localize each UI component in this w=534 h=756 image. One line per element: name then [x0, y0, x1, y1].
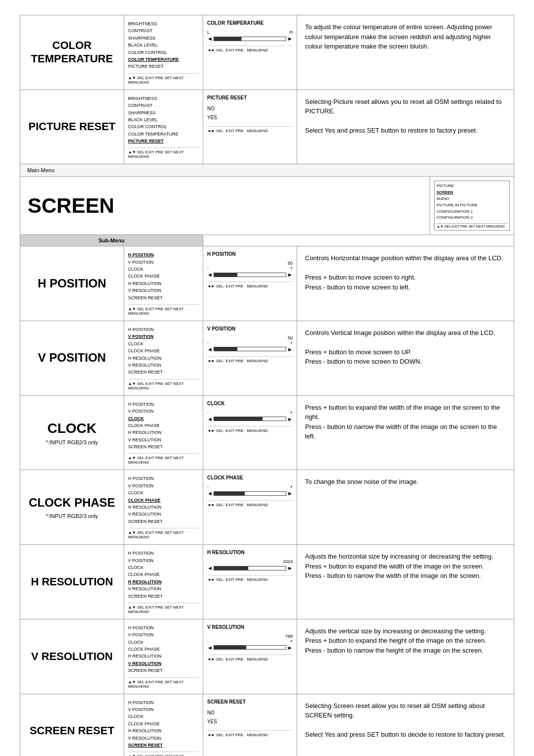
screen-reset-desc: Selecting Screen reset allow you to rese…: [297, 694, 514, 756]
screen-reset-options: NO YES: [207, 709, 293, 726]
sr-menu-vres: V RESOLUTION: [128, 735, 199, 742]
color-temp-title: COLORTEMPERATURE: [31, 39, 113, 65]
v-res-desc1: Adjusts the vertical size by increasing …: [305, 626, 506, 636]
v-pos-desc1: Controls Vertical Image position within …: [305, 328, 506, 338]
v-pos-sub-title: V POSITION: [207, 326, 293, 331]
menu-picture-reset: PICTURE RESET: [128, 63, 199, 70]
v-res-dot: [244, 645, 246, 650]
hr-menu-clockphase: CLOCK PHASE: [128, 571, 199, 578]
color-temp-nav-hint: ▲▼ SEL EXIT PRE SET NEXT MENU/END: [128, 73, 199, 85]
cp-menu-vpos: V POSITION: [128, 482, 199, 489]
clock-phase-title: CLOCK PHASE: [29, 496, 115, 510]
v-position-row: V POSITION H POSITION V POSITION CLOCK C…: [20, 321, 514, 396]
h-position-title: H POSITION: [38, 277, 106, 291]
clock-label-wrap: CLOCK *:INPUT RGB2/3 only: [46, 420, 98, 446]
clock-phase-row: CLOCK PHASE *:INPUT RGB2/3 only H POSITI…: [20, 470, 514, 545]
hr-menu-sreset: SCREEN RESET: [128, 593, 199, 600]
v-position-desc: Controls Vertical Image position within …: [297, 321, 514, 395]
slider-label-l: L: [207, 30, 210, 35]
picture-reset-menu-list: BRIGHTNESS CONTRAST SHARPNESS BLACK LEVE…: [128, 95, 199, 145]
v-resolution-desc: Adjusts the vertical size by increasing …: [297, 619, 514, 694]
pr-menu-brightness: BRIGHTNESS: [128, 95, 199, 102]
screen-section: Main-Menu SCREEN PICTURE SCREEN AUDIO PI…: [20, 164, 514, 756]
hr-menu-vpos: V POSITION: [128, 557, 199, 564]
picture-reset-options: NO YES: [207, 104, 293, 122]
color-temp-sub-nav: ◄► SEL EXIT PRE MENU/END: [207, 46, 293, 52]
h-pos-right-arrow: ►: [287, 272, 293, 278]
v-resolution-menu-list: H POSITION V POSITION CLOCK CLOCK PHASE …: [128, 624, 199, 674]
clock-nav: ▲▼ SEL EXIT PRE SET NEXT MENU/END: [128, 453, 199, 465]
screen-reset-row: SCREEN RESET H POSITION V POSITION CLOCK…: [20, 694, 514, 756]
clock-slider: ◄ ►: [207, 416, 293, 422]
h-position-menu-list: H POSITION V POSITION CLOCK CLOCK PHASE …: [128, 251, 199, 301]
h-pos-sub-title: H POSITION: [207, 251, 293, 257]
h-res-right-arrow: ►: [287, 565, 293, 571]
clock-submenu: CLOCK -+ ◄ ► ◄► SEL EXIT PRE MENU/END: [203, 396, 297, 470]
h-pos-nav: ▲▼ SEL EXIT PRE SET NEXT MENU/END: [128, 304, 199, 316]
v-pos-right-arrow: ►: [287, 346, 293, 352]
clock-menu-list: H POSITION V POSITION CLOCK CLOCK PHASE …: [128, 401, 199, 451]
screen-reset-desc2: Select Yes and press SET button to decid…: [305, 730, 506, 740]
screen-title-cell: SCREEN: [20, 189, 430, 223]
slider-dot: [239, 37, 241, 41]
h-res-value: 1024: [207, 559, 293, 564]
screen-main-menu-label: Main-Menu: [20, 164, 514, 177]
menu-black-level: BLACK LEVEL: [128, 42, 199, 48]
ck-menu-hpos: H POSITION: [128, 401, 199, 408]
h-res-desc1: Adjusts the horizontal size by increasin…: [305, 552, 506, 562]
option-no: NO: [207, 104, 293, 113]
h-pos-desc1: Controls Horizontal Image position withi…: [305, 253, 506, 263]
osd-screen: SCREEN: [437, 189, 507, 196]
menu-contrast: CONTRAST: [128, 27, 199, 34]
cp-menu-clock: CLOCK: [128, 489, 199, 496]
hp-menu-clockphase: CLOCK PHASE: [128, 273, 199, 280]
color-temp-submenu: COLOR TEMPERATURE L H ◄ ► ◄► SEL EXIT PR…: [203, 15, 297, 90]
v-res-sub-title: V RESOLUTION: [207, 624, 293, 630]
h-resolution-menu-list: H POSITION V POSITION CLOCK CLOCK PHASE …: [128, 550, 199, 600]
color-temp-label: COLORTEMPERATURE: [20, 15, 124, 90]
ck-menu-vpos: V POSITION: [128, 408, 199, 415]
clock-bar: [214, 417, 286, 421]
screen-osd-box: PICTURE SCREEN AUDIO PICTURE IN PICTURE …: [434, 181, 510, 231]
cp-menu-clockphase: CLOCK PHASE: [128, 497, 199, 504]
v-pos-sub-nav: ◄► SEL EXIT PRE MENU/END: [207, 356, 293, 363]
clock-phase-desc-text: To change the snow noise of the image.: [305, 477, 506, 487]
pr-menu-color-control: COLOR CONTROL: [128, 123, 199, 130]
v-position-title: V POSITION: [38, 351, 106, 365]
h-pos-slider: ◄ ►: [207, 272, 293, 278]
sr-menu-clock: CLOCK: [128, 713, 199, 720]
vp-menu-clock: CLOCK: [128, 340, 199, 347]
cp-menu-hres: H RESOLUTION: [128, 504, 199, 511]
menu-brightness: BRIGHTNESS: [128, 20, 199, 27]
picture-reset-row: PICTURE RESET BRIGHTNESS CONTRAST SHARPN…: [20, 90, 514, 165]
clock-menu: H POSITION V POSITION CLOCK CLOCK PHASE …: [124, 396, 203, 470]
vp-menu-clockphase: CLOCK PHASE: [128, 347, 199, 354]
v-res-fill: [214, 646, 244, 649]
v-resolution-submenu: V RESOLUTION 768 -+ ◄ ► ◄► SEL EXIT PRE …: [203, 619, 297, 694]
clock-phase-sub-nav: ◄► SEL EXIT PRE MENU/END: [207, 500, 293, 507]
pr-menu-color-temp: COLOR TEMPERATURE: [128, 131, 199, 138]
h-position-desc: Controls Horizontal Image position withi…: [297, 246, 514, 321]
vr-menu-vres: V RESOLUTION: [128, 660, 199, 667]
clock-row: CLOCK *:INPUT RGB2/3 only H POSITION V P…: [20, 396, 514, 471]
clock-desc1: Press + button to expand the width of th…: [305, 403, 506, 422]
picture-reset-menu: BRIGHTNESS CONTRAST SHARPNESS BLACK LEVE…: [124, 90, 203, 164]
clock-sub-nav: ◄► SEL EXIT PRE MENU/END: [207, 426, 293, 433]
clock-phase-submenu: CLOCK PHASE -+ ◄ ► ◄► SEL EXIT PRE MENU/…: [203, 470, 297, 544]
hp-menu-vres: V RESOLUTION: [128, 287, 199, 294]
vr-menu-clock: CLOCK: [128, 639, 199, 646]
h-position-row: H POSITION H POSITION V POSITION CLOCK C…: [20, 246, 514, 321]
color-temp-sub-title: COLOR TEMPERATURE: [207, 20, 293, 26]
cp-fill: [214, 492, 243, 495]
sr-menu-vpos: V POSITION: [128, 706, 199, 713]
clock-phase-label-wrap: CLOCK PHASE *:INPUT RGB2/3 only: [29, 496, 115, 519]
color-temp-desc-text: To adjust the colour temperature of enti…: [305, 22, 506, 51]
h-resolution-menu: H POSITION V POSITION CLOCK CLOCK PHASE …: [124, 545, 203, 619]
sr-option-no: NO: [207, 709, 293, 717]
clock-dot: [261, 417, 263, 421]
sr-menu-hres: H RESOLUTION: [128, 727, 199, 734]
h-pos-dot: [235, 273, 237, 277]
pr-menu-contrast: CONTRAST: [128, 102, 199, 109]
color-temp-menu: BRIGHTNESS CONTRAST SHARPNESS BLACK LEVE…: [124, 15, 203, 90]
clock-desc2: Press - button to narrow the width of th…: [305, 422, 506, 441]
